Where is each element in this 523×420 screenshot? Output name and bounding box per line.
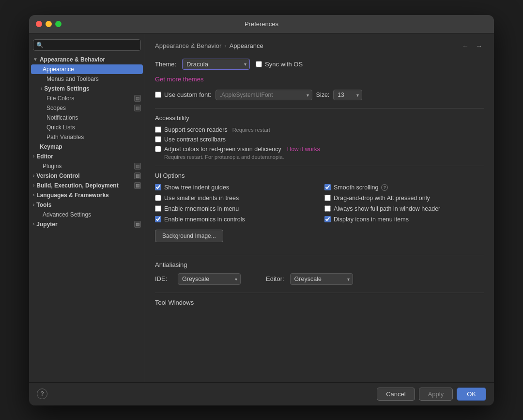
accessibility-title: Accessibility: [155, 114, 484, 122]
search-input[interactable]: [33, 39, 141, 51]
sync-with-os-input[interactable]: [256, 61, 262, 67]
full-path-option[interactable]: Always show full path in window header: [324, 205, 484, 212]
background-image-button[interactable]: Background Image...: [155, 230, 223, 242]
plugins-badge: ▤: [134, 163, 141, 170]
show-tree-indent-option[interactable]: Show tree indent guides: [155, 184, 315, 191]
nav-back-button[interactable]: ←: [460, 41, 471, 51]
search-container: 🔍: [33, 39, 141, 51]
footer: ? Cancel Apply OK: [29, 382, 494, 405]
theme-select[interactable]: Dracula IntelliJ Light High Contrast Dar…: [182, 59, 250, 70]
sidebar-item-keymap[interactable]: Keymap: [29, 142, 145, 152]
jupyter-badge: ▤: [134, 221, 141, 228]
sidebar-item-quick-lists[interactable]: Quick Lists: [29, 123, 145, 132]
ok-button[interactable]: OK: [457, 388, 486, 401]
sidebar-item-version-control[interactable]: › Version Control ▤: [29, 171, 145, 181]
mnemonics-controls-checkbox[interactable]: [155, 216, 161, 222]
show-tree-indent-checkbox[interactable]: [155, 184, 161, 190]
divider-tool-windows: [155, 293, 484, 293]
traffic-lights: [36, 21, 62, 27]
display-icons-checkbox[interactable]: [324, 216, 331, 222]
sidebar-item-notifications[interactable]: Notifications: [29, 113, 145, 123]
sidebar-item-editor[interactable]: › Editor: [29, 152, 145, 161]
antialiasing-title: Antialiasing: [155, 261, 484, 268]
smaller-indents-checkbox[interactable]: [155, 195, 161, 201]
theme-label: Theme:: [155, 61, 176, 68]
tools-arrow-icon: ›: [33, 202, 34, 207]
full-path-checkbox[interactable]: [324, 205, 331, 212]
ide-label: IDE:: [155, 275, 172, 282]
ide-antialias-select[interactable]: Greyscale Subpixel None: [178, 273, 241, 285]
ui-options-title: UI Options: [155, 172, 484, 179]
vc-badge: ▤: [134, 172, 141, 179]
display-icons-option[interactable]: Display icons in menu items: [324, 216, 484, 223]
sync-with-os-checkbox[interactable]: Sync with OS: [256, 61, 303, 68]
minimize-button[interactable]: [46, 21, 52, 27]
custom-font-input[interactable]: [155, 92, 161, 98]
sidebar-item-system-settings[interactable]: › System Settings: [29, 84, 145, 93]
adjust-colors-note: Requires restart. For protanopia and deu…: [164, 154, 484, 160]
font-dropdown-wrapper: .AppleSystemUIFont ▾: [215, 90, 312, 100]
support-screen-readers-checkbox[interactable]: [155, 126, 161, 133]
sync-with-os-label: Sync with OS: [265, 61, 303, 68]
sidebar-item-file-colors[interactable]: File Colors ▤: [29, 93, 145, 103]
support-screen-readers-label: Support screen readers: [164, 126, 228, 133]
drag-drop-checkbox[interactable]: [324, 195, 331, 201]
sidebar-item-scopes[interactable]: Scopes ▤: [29, 103, 145, 113]
sidebar-item-tools[interactable]: › Tools: [29, 200, 145, 210]
nav-forward-button[interactable]: →: [474, 41, 484, 51]
sidebar-item-appearance[interactable]: Appearance: [31, 64, 143, 74]
footer-right: Cancel Apply OK: [377, 388, 486, 401]
sidebar-item-appearance-behavior[interactable]: ▼ Appearance & Behavior: [29, 55, 145, 64]
scopes-badge: ▤: [134, 105, 141, 111]
mnemonics-menu-checkbox[interactable]: [155, 205, 161, 212]
size-select[interactable]: 13 101112 14161820: [333, 90, 362, 100]
vc-arrow-icon: ›: [33, 173, 34, 178]
get-more-themes-link[interactable]: Get more themes: [155, 76, 203, 83]
how-it-works-link[interactable]: How it works: [287, 146, 320, 153]
sidebar-item-advanced-settings[interactable]: Advanced Settings: [29, 210, 145, 219]
maximize-button[interactable]: [55, 21, 62, 27]
cancel-button[interactable]: Cancel: [377, 388, 415, 401]
build-badge: ▤: [134, 182, 141, 189]
divider-antialiasing: [155, 255, 484, 255]
mnemonics-menu-option[interactable]: Enable mnemonics in menu: [155, 205, 315, 212]
accessibility-options: Support screen readers Requires restart …: [155, 126, 484, 160]
tool-windows-section: Tool Windows: [155, 299, 484, 306]
sidebar-item-build-execution[interactable]: › Build, Execution, Deployment ▤: [29, 181, 145, 190]
mnemonics-menu-label: Enable mnemonics in menu: [164, 205, 239, 212]
apply-button[interactable]: Apply: [419, 388, 453, 401]
ui-options-grid: Show tree indent guides Smooth scrolling…: [155, 184, 484, 223]
close-button[interactable]: [36, 21, 42, 27]
tool-windows-title: Tool Windows: [155, 299, 484, 306]
drag-drop-option[interactable]: Drag-and-drop with Alt pressed only: [324, 195, 484, 202]
breadcrumb-parent[interactable]: Appearance & Behavior: [155, 42, 221, 49]
font-select[interactable]: .AppleSystemUIFont: [215, 90, 312, 100]
size-dropdown-wrapper: 13 101112 14161820 ▾: [333, 90, 362, 100]
contrast-scrollbars-checkbox[interactable]: [155, 136, 161, 142]
smooth-scrolling-checkbox[interactable]: [324, 184, 331, 190]
adjust-colors-checkbox[interactable]: [155, 146, 161, 152]
mnemonics-controls-option[interactable]: Enable mnemonics in controls: [155, 216, 315, 223]
requires-restart-label: Requires restart: [232, 127, 270, 133]
help-button[interactable]: ?: [37, 389, 47, 399]
editor-antialias-select[interactable]: Greyscale Subpixel None: [290, 273, 353, 285]
editor-label: Editor:: [266, 275, 284, 282]
sidebar-item-plugins[interactable]: Plugins ▤: [29, 161, 145, 171]
lang-arrow-icon: ›: [33, 192, 34, 198]
sidebar-item-menus-toolbars[interactable]: Menus and Toolbars: [29, 74, 145, 84]
drag-drop-label: Drag-and-drop with Alt pressed only: [334, 195, 430, 202]
full-path-label: Always show full path in window header: [334, 205, 440, 212]
sidebar-item-jupyter[interactable]: › Jupyter ▤: [29, 219, 145, 229]
contrast-scrollbars-row: Use contrast scrollbars: [155, 136, 484, 143]
smooth-scrolling-option[interactable]: Smooth scrolling ?: [324, 184, 484, 191]
build-arrow-icon: ›: [33, 183, 34, 188]
sidebar: 🔍 ▼ Appearance & Behavior Appearance Men…: [29, 33, 145, 382]
smaller-indents-option[interactable]: Use smaller indents in trees: [155, 195, 315, 202]
custom-font-checkbox[interactable]: Use custom font:: [155, 91, 212, 98]
sidebar-item-path-variables[interactable]: Path Variables: [29, 132, 145, 142]
breadcrumb: Appearance & Behavior › Appearance ← →: [155, 41, 484, 51]
smooth-scrolling-help-icon[interactable]: ?: [381, 184, 388, 191]
expand-arrow-icon: ▼: [33, 57, 38, 62]
sidebar-item-languages-frameworks[interactable]: › Languages & Frameworks: [29, 190, 145, 200]
contrast-scrollbars-label: Use contrast scrollbars: [164, 136, 226, 143]
